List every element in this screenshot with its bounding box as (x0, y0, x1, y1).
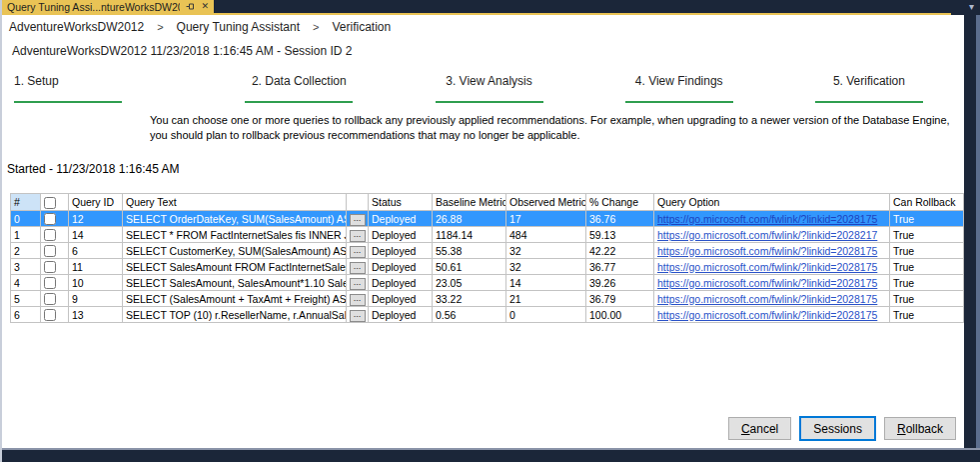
table-row[interactable]: 59SELECT (SalesAmount + TaxAmt + Freight… (11, 291, 964, 307)
table-row[interactable]: 26SELECT CustomerKey, SUM(SalesAmount) A… (11, 243, 964, 259)
row-select-cell[interactable] (41, 227, 69, 243)
row-number: 6 (11, 307, 41, 323)
row-select-cell[interactable] (41, 291, 69, 307)
row-checkbox[interactable] (44, 229, 56, 241)
status-cell: Deployed (369, 243, 433, 259)
row-checkbox[interactable] (44, 293, 56, 305)
query-option-link[interactable]: https://go.microsoft.com/fwlink/?linkid=… (657, 277, 877, 289)
column-header-pct-change[interactable]: % Change (586, 194, 654, 211)
query-id-cell: 6 (69, 243, 123, 259)
sessions-button[interactable]: Sessions (800, 417, 875, 440)
can-rollback-cell: True (890, 211, 964, 227)
status-bar (2, 448, 980, 462)
rollback-button[interactable]: Rollback (884, 417, 956, 440)
tab-overflow-icon[interactable]: ▾ (969, 1, 974, 12)
pct-change-cell: 36.76 (586, 211, 654, 227)
query-text-cell: SELECT CustomerKey, SUM(SalesAmount) AS … (123, 243, 347, 259)
step-underline (436, 101, 543, 103)
pin-icon[interactable] (186, 2, 195, 11)
step-view-findings: 4. View Findings (584, 74, 774, 103)
ellipsis-cell[interactable]: ... (347, 307, 369, 323)
row-select-cell[interactable] (41, 275, 69, 291)
row-select-cell[interactable] (41, 307, 69, 323)
row-number: 4 (11, 275, 41, 291)
baseline-metric-cell: 0.56 (433, 307, 506, 323)
step-underline (14, 101, 122, 103)
query-text-cell: SELECT (SalesAmount + TaxAmt + Freight) … (123, 291, 347, 307)
ellipsis-button[interactable]: ... (350, 278, 366, 290)
breadcrumb-item-assistant[interactable]: Query Tuning Assistant (177, 20, 300, 34)
step-label: 4. View Findings (635, 74, 723, 88)
row-select-cell[interactable] (41, 243, 69, 259)
row-checkbox[interactable] (44, 213, 56, 225)
row-number: 0 (11, 211, 41, 227)
column-header-can-rollback[interactable]: Can Rollback (890, 194, 964, 211)
can-rollback-cell: True (890, 307, 964, 323)
baseline-metric-cell: 33.22 (433, 291, 506, 307)
status-cell: Deployed (369, 291, 433, 307)
ellipsis-cell[interactable]: ... (347, 243, 369, 259)
table-row[interactable]: 410SELECT SalesAmount, SalesAmount*1.10 … (11, 275, 964, 291)
close-icon[interactable]: ✕ (201, 2, 209, 11)
table-row[interactable]: 613SELECT TOP (10) r.ResellerName, r.Ann… (11, 307, 964, 323)
query-option-link[interactable]: https://go.microsoft.com/fwlink/?linkid=… (657, 245, 877, 257)
column-header-observed-metric[interactable]: Observed Metric (506, 194, 586, 211)
table-header-row: # Query ID Query Text Status Baseline Me… (11, 194, 964, 211)
step-underline (815, 101, 923, 103)
breadcrumb-item-database[interactable]: AdventureWorksDW2012 (9, 20, 144, 34)
query-option-link[interactable]: https://go.microsoft.com/fwlink/?linkid=… (657, 213, 877, 225)
column-header-status[interactable]: Status (369, 194, 433, 211)
status-cell: Deployed (369, 275, 433, 291)
observed-metric-cell: 0 (506, 307, 586, 323)
status-cell: Deployed (369, 227, 433, 243)
observed-metric-cell: 21 (506, 291, 586, 307)
ellipsis-button[interactable]: ... (350, 214, 366, 226)
ellipsis-cell[interactable]: ... (347, 227, 369, 243)
pct-change-cell: 36.77 (586, 259, 654, 275)
ellipsis-cell[interactable]: ... (347, 259, 369, 275)
column-header-select[interactable] (41, 194, 69, 211)
column-header-ellipsis (347, 194, 369, 211)
ellipsis-button[interactable]: ... (350, 246, 366, 258)
baseline-metric-cell: 23.05 (433, 275, 506, 291)
row-checkbox[interactable] (44, 261, 56, 273)
ellipsis-cell[interactable]: ... (347, 291, 369, 307)
status-cell: Deployed (369, 307, 433, 323)
ellipsis-cell[interactable]: ... (347, 275, 369, 291)
breadcrumb-separator: > (157, 21, 163, 33)
breadcrumb-item-verification[interactable]: Verification (332, 20, 391, 34)
column-header-query-id[interactable]: Query ID (69, 194, 123, 211)
wizard-steps: 1. Setup 2. Data Collection 3. View Anal… (2, 74, 964, 103)
query-option-link[interactable]: https://go.microsoft.com/fwlink/?linkid=… (657, 293, 877, 305)
header-checkbox[interactable] (44, 197, 56, 209)
row-select-cell[interactable] (41, 211, 69, 227)
row-checkbox[interactable] (44, 245, 56, 257)
ellipsis-button[interactable]: ... (350, 294, 366, 306)
query-option-link[interactable]: https://go.microsoft.com/fwlink/?linkid=… (657, 261, 877, 273)
column-header-num[interactable]: # (11, 194, 41, 211)
query-option-cell: https://go.microsoft.com/fwlink/?linkid=… (654, 243, 890, 259)
table-row[interactable]: 311SELECT SalesAmount FROM FactInternetS… (11, 259, 964, 275)
table-row[interactable]: 114SELECT * FROM FactInternetSales fis I… (11, 227, 964, 243)
pct-change-cell: 36.79 (586, 291, 654, 307)
ellipsis-button[interactable]: ... (350, 262, 366, 274)
query-text-cell: SELECT OrderDateKey, SUM(SalesAmount) AS… (123, 211, 347, 227)
cancel-button[interactable]: Cancel (728, 417, 791, 440)
row-number: 5 (11, 291, 41, 307)
row-select-cell[interactable] (41, 259, 69, 275)
query-option-link[interactable]: https://go.microsoft.com/fwlink/?linkid=… (657, 309, 877, 321)
column-header-query-option[interactable]: Query Option (654, 194, 890, 211)
row-checkbox[interactable] (44, 309, 56, 321)
column-header-baseline-metric[interactable]: Baseline Metric (433, 194, 506, 211)
ellipsis-button[interactable]: ... (350, 310, 366, 322)
document-tab[interactable]: Query Tuning Assi...ntureWorksDW2012] ✕ (2, 0, 214, 13)
column-header-query-text[interactable]: Query Text (123, 194, 347, 211)
query-option-cell: https://go.microsoft.com/fwlink/?linkid=… (654, 291, 890, 307)
query-option-cell: https://go.microsoft.com/fwlink/?linkid=… (654, 259, 890, 275)
query-option-link[interactable]: https://go.microsoft.com/fwlink/?linkid=… (657, 229, 877, 241)
ellipsis-button[interactable]: ... (350, 230, 366, 242)
footer-buttons: Cancel Sessions Rollback (728, 417, 956, 440)
table-row[interactable]: 012SELECT OrderDateKey, SUM(SalesAmount)… (11, 211, 964, 227)
ellipsis-cell[interactable]: ... (347, 211, 369, 227)
row-checkbox[interactable] (44, 277, 56, 289)
